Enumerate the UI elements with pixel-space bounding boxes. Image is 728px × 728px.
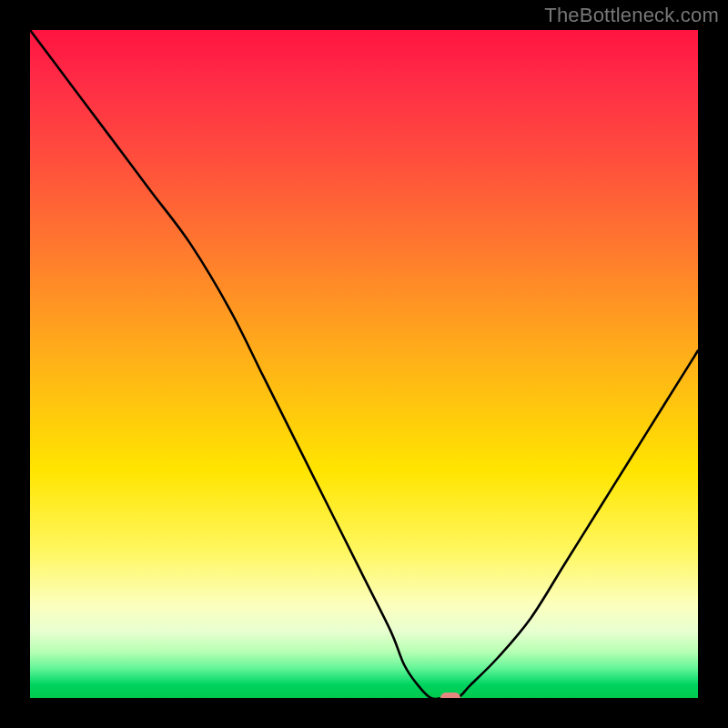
- watermark-text: TheBottleneck.com: [544, 4, 719, 27]
- bottleneck-curve: [30, 30, 698, 698]
- chart-frame: TheBottleneck.com: [0, 0, 728, 728]
- plot-area: [30, 30, 698, 698]
- current-config-marker: [440, 693, 460, 698]
